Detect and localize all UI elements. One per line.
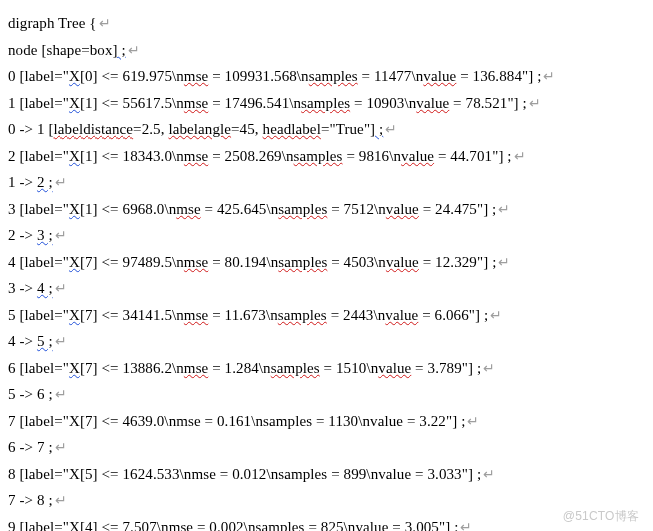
text: =45, (231, 121, 262, 137)
eol-icon: ↵ (55, 281, 67, 296)
text: 1 -> (8, 174, 37, 190)
code-line-18: 7 -> 8 ;↵ (8, 487, 645, 514)
eol-icon: ↵ (55, 440, 67, 455)
text: 2 -> (8, 227, 37, 243)
text: [1] <= 18343.0\n (80, 148, 184, 164)
text: mse (176, 201, 200, 217)
code-line-1: node [shape=box] ;↵ (8, 37, 645, 64)
code-line-4: 0 -> 1 [labeldistance=2.5, labelangle=45… (8, 116, 645, 143)
text: = 425.645\n (201, 201, 279, 217)
text: 4 [label=" (8, 254, 69, 270)
text: 0 [label=" (8, 68, 69, 84)
eol-icon: ↵ (55, 175, 67, 190)
code-line-16: 6 -> 7 ;↵ (8, 434, 645, 461)
text: mse (184, 360, 208, 376)
text: = 0.002\n (193, 519, 255, 532)
eol-icon: ↵ (55, 493, 67, 508)
code-line-19: 9 [label="X[4] <= 7.507\nmse = 0.002\nsa… (8, 514, 645, 532)
text: = 12.329"] ; (419, 254, 497, 270)
text: = 80.194\n (208, 254, 278, 270)
code-line-9: 4 [label="X[7] <= 97489.5\nmse = 80.194\… (8, 249, 645, 276)
text: mse (184, 307, 208, 323)
eol-icon: ↵ (490, 308, 502, 323)
text: = 17496.541\n (208, 95, 301, 111)
text: 1 [label=" (8, 95, 69, 111)
text: 2 [label=" (8, 148, 69, 164)
eol-icon: ↵ (498, 202, 510, 217)
text: mse (184, 95, 208, 111)
text: samples (294, 148, 343, 164)
text: X (69, 201, 80, 217)
text: = 24.475"] ; (419, 201, 497, 217)
text: mse (169, 519, 193, 532)
code-line-5: 2 [label="X[1] <= 18343.0\nmse = 2508.26… (8, 143, 645, 170)
text: samples (278, 307, 327, 323)
text: ] ; (113, 42, 126, 58)
text: samples (256, 519, 305, 532)
text: value (386, 201, 419, 217)
text: samples (278, 254, 327, 270)
text: 3 [label=" (8, 201, 69, 217)
text: = 3.789"] ; (411, 360, 481, 376)
text: 3 ; (37, 227, 53, 243)
text: X (69, 254, 80, 270)
text: = 9816\n (343, 148, 402, 164)
text: = 825\n (305, 519, 356, 532)
code-line-8: 2 -> 3 ;↵ (8, 222, 645, 249)
text: X (69, 307, 80, 323)
text: = 4503\n (327, 254, 386, 270)
code-line-0: digraph Tree {↵ (8, 10, 645, 37)
text: mse (184, 68, 208, 84)
text: = 109931.568\n (208, 68, 308, 84)
eol-icon: ↵ (55, 228, 67, 243)
code-line-10: 3 -> 4 ;↵ (8, 275, 645, 302)
text: mse (184, 254, 208, 270)
text: 4 -> (8, 333, 37, 349)
eol-icon: ↵ (498, 255, 510, 270)
eol-icon: ↵ (467, 414, 479, 429)
text: 6 -> 7 ; (8, 439, 53, 455)
code-line-13: 6 [label="X[7] <= 13886.2\nmse = 1.284\n… (8, 355, 645, 382)
text: 2 ; (37, 174, 53, 190)
eol-icon: ↵ (483, 467, 495, 482)
text: = 7512\n (327, 201, 386, 217)
text: = 10903\n (350, 95, 416, 111)
text: = 11.673\n (208, 307, 277, 323)
text: 5 -> 6 ; (8, 386, 53, 402)
code-line-17: 8 [label="X[5] <= 1624.533\nmse = 0.012\… (8, 461, 645, 488)
text: value (423, 68, 456, 84)
text: = 136.884"] ; (456, 68, 541, 84)
text: = 6.066"] ; (418, 307, 488, 323)
text: = 44.701"] ; (434, 148, 512, 164)
code-line-15: 7 [label="X[7] <= 4639.0\nmse = 0.161\ns… (8, 408, 645, 435)
text: 7 -> 8 ; (8, 492, 53, 508)
text: headlabel (263, 121, 321, 137)
text: value (378, 360, 411, 376)
text: = 78.521"] ; (449, 95, 527, 111)
text: 3 -> (8, 280, 37, 296)
code-line-2: 0 [label="X[0] <= 619.975\nmse = 109931.… (8, 63, 645, 90)
eol-icon: ↵ (514, 149, 526, 164)
text: [7] <= 34141.5\n (80, 307, 184, 323)
code-line-11: 5 [label="X[7] <= 34141.5\nmse = 11.673\… (8, 302, 645, 329)
text: value (355, 519, 388, 532)
text: ="True" (321, 121, 370, 137)
eol-icon: ↵ (128, 43, 140, 58)
text: samples (301, 95, 350, 111)
text: ] ; (370, 121, 383, 137)
text: [1] <= 6968.0\n (80, 201, 176, 217)
text: value (416, 95, 449, 111)
eol-icon: ↵ (55, 334, 67, 349)
document-page: digraph Tree {↵ node [shape=box] ;↵ 0 [l… (0, 0, 653, 531)
eol-icon: ↵ (55, 387, 67, 402)
eol-icon: ↵ (385, 122, 397, 137)
text: samples (309, 68, 358, 84)
text: 5 [label=" (8, 307, 69, 323)
code-line-12: 4 -> 5 ;↵ (8, 328, 645, 355)
eol-icon: ↵ (483, 361, 495, 376)
text: 7 [label="X[7] <= 4639.0\nmse = 0.161\ns… (8, 413, 465, 429)
text: [7] <= 97489.5\n (80, 254, 184, 270)
text: X (69, 95, 80, 111)
text: 9 [label="X[4] <= 7.507\n (8, 519, 169, 532)
text: samples (278, 201, 327, 217)
